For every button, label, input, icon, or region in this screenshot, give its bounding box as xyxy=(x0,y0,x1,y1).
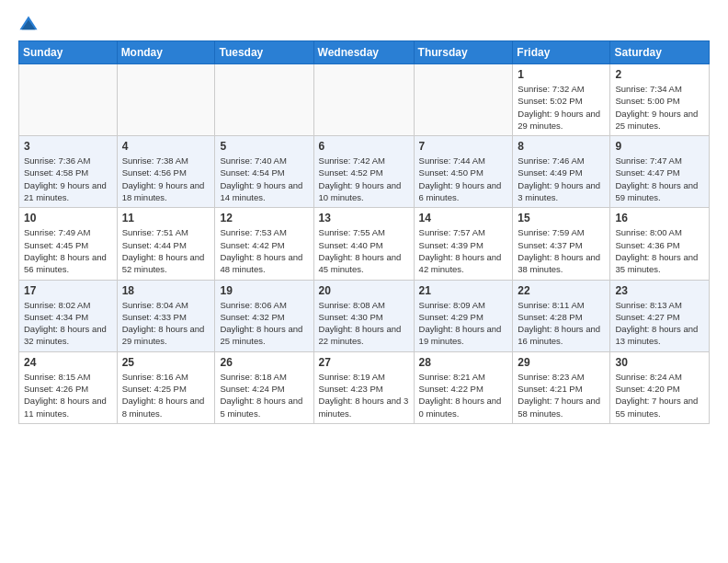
day-number: 3 xyxy=(24,140,112,153)
day-number: 16 xyxy=(615,212,704,224)
calendar-cell: 12Sunrise: 7:53 AM Sunset: 4:42 PM Dayli… xyxy=(215,208,313,280)
calendar-cell: 2Sunrise: 7:34 AM Sunset: 5:00 PM Daylig… xyxy=(610,64,710,136)
col-header-saturday: Saturday xyxy=(610,41,710,64)
cell-content: Sunrise: 7:40 AM Sunset: 4:54 PM Dayligh… xyxy=(220,155,308,203)
col-header-monday: Monday xyxy=(117,41,215,64)
calendar-cell: 19Sunrise: 8:06 AM Sunset: 4:32 PM Dayli… xyxy=(215,280,313,351)
day-number: 15 xyxy=(518,212,605,224)
calendar-cell: 22Sunrise: 8:11 AM Sunset: 4:28 PM Dayli… xyxy=(513,280,610,351)
cell-content: Sunrise: 8:15 AM Sunset: 4:26 PM Dayligh… xyxy=(24,371,112,419)
calendar-cell: 1Sunrise: 7:32 AM Sunset: 5:02 PM Daylig… xyxy=(513,64,610,136)
calendar-cell: 21Sunrise: 8:09 AM Sunset: 4:29 PM Dayli… xyxy=(414,280,513,351)
day-number: 9 xyxy=(615,140,704,153)
cell-content: Sunrise: 8:02 AM Sunset: 4:34 PM Dayligh… xyxy=(24,299,112,348)
day-number: 6 xyxy=(319,140,409,153)
cell-content: Sunrise: 8:04 AM Sunset: 4:33 PM Dayligh… xyxy=(122,299,210,348)
day-number: 23 xyxy=(615,284,704,297)
logo xyxy=(18,15,42,35)
calendar-cell: 4Sunrise: 7:38 AM Sunset: 4:56 PM Daylig… xyxy=(117,136,215,208)
calendar-cell: 8Sunrise: 7:46 AM Sunset: 4:49 PM Daylig… xyxy=(513,136,610,208)
calendar-cell: 26Sunrise: 8:18 AM Sunset: 4:24 PM Dayli… xyxy=(215,351,313,423)
day-number: 30 xyxy=(615,356,704,369)
day-number: 21 xyxy=(419,284,508,297)
calendar-cell xyxy=(313,64,414,136)
cell-content: Sunrise: 7:57 AM Sunset: 4:39 PM Dayligh… xyxy=(419,226,508,275)
calendar-cell: 7Sunrise: 7:44 AM Sunset: 4:50 PM Daylig… xyxy=(414,136,513,208)
cell-content: Sunrise: 7:44 AM Sunset: 4:50 PM Dayligh… xyxy=(419,155,508,203)
cell-content: Sunrise: 8:19 AM Sunset: 4:23 PM Dayligh… xyxy=(319,371,409,419)
day-number: 1 xyxy=(518,68,605,81)
cell-content: Sunrise: 7:38 AM Sunset: 4:56 PM Dayligh… xyxy=(122,155,210,203)
day-number: 24 xyxy=(24,356,112,369)
cell-content: Sunrise: 8:08 AM Sunset: 4:30 PM Dayligh… xyxy=(319,299,409,348)
calendar-cell: 6Sunrise: 7:42 AM Sunset: 4:52 PM Daylig… xyxy=(313,136,414,208)
cell-content: Sunrise: 7:51 AM Sunset: 4:44 PM Dayligh… xyxy=(122,226,210,275)
calendar-cell: 25Sunrise: 8:16 AM Sunset: 4:25 PM Dayli… xyxy=(117,351,215,423)
col-header-wednesday: Wednesday xyxy=(313,41,414,64)
calendar-cell: 30Sunrise: 8:24 AM Sunset: 4:20 PM Dayli… xyxy=(610,351,710,423)
calendar-cell: 29Sunrise: 8:23 AM Sunset: 4:21 PM Dayli… xyxy=(513,351,610,423)
day-number: 7 xyxy=(419,140,508,153)
calendar-cell: 16Sunrise: 8:00 AM Sunset: 4:36 PM Dayli… xyxy=(610,208,710,280)
calendar-table: SundayMondayTuesdayWednesdayThursdayFrid… xyxy=(18,40,710,424)
day-number: 10 xyxy=(24,212,112,224)
calendar-cell: 17Sunrise: 8:02 AM Sunset: 4:34 PM Dayli… xyxy=(19,280,118,351)
calendar-cell xyxy=(414,64,513,136)
calendar-cell: 28Sunrise: 8:21 AM Sunset: 4:22 PM Dayli… xyxy=(414,351,513,423)
cell-content: Sunrise: 7:55 AM Sunset: 4:40 PM Dayligh… xyxy=(319,226,409,275)
day-number: 11 xyxy=(122,212,210,224)
calendar-cell xyxy=(19,64,118,136)
calendar-cell: 10Sunrise: 7:49 AM Sunset: 4:45 PM Dayli… xyxy=(19,208,118,280)
cell-content: Sunrise: 8:11 AM Sunset: 4:28 PM Dayligh… xyxy=(518,299,605,348)
logo-icon xyxy=(18,15,39,35)
day-number: 5 xyxy=(220,140,308,153)
calendar-cell: 5Sunrise: 7:40 AM Sunset: 4:54 PM Daylig… xyxy=(215,136,313,208)
calendar-cell: 18Sunrise: 8:04 AM Sunset: 4:33 PM Dayli… xyxy=(117,280,215,351)
calendar-cell: 11Sunrise: 7:51 AM Sunset: 4:44 PM Dayli… xyxy=(117,208,215,280)
col-header-thursday: Thursday xyxy=(414,41,513,64)
cell-content: Sunrise: 8:21 AM Sunset: 4:22 PM Dayligh… xyxy=(419,371,508,419)
cell-content: Sunrise: 8:24 AM Sunset: 4:20 PM Dayligh… xyxy=(615,371,704,419)
cell-content: Sunrise: 8:06 AM Sunset: 4:32 PM Dayligh… xyxy=(220,299,308,348)
day-number: 12 xyxy=(220,212,308,224)
col-header-tuesday: Tuesday xyxy=(215,41,313,64)
calendar-cell: 13Sunrise: 7:55 AM Sunset: 4:40 PM Dayli… xyxy=(313,208,414,280)
day-number: 19 xyxy=(220,284,308,297)
day-number: 4 xyxy=(122,140,210,153)
cell-content: Sunrise: 7:34 AM Sunset: 5:00 PM Dayligh… xyxy=(615,83,704,132)
day-number: 8 xyxy=(518,140,605,153)
cell-content: Sunrise: 7:46 AM Sunset: 4:49 PM Dayligh… xyxy=(518,155,605,203)
day-number: 18 xyxy=(122,284,210,297)
cell-content: Sunrise: 7:36 AM Sunset: 4:58 PM Dayligh… xyxy=(24,155,112,203)
calendar-cell: 3Sunrise: 7:36 AM Sunset: 4:58 PM Daylig… xyxy=(19,136,118,208)
day-number: 28 xyxy=(419,356,508,369)
cell-content: Sunrise: 8:00 AM Sunset: 4:36 PM Dayligh… xyxy=(615,226,704,275)
cell-content: Sunrise: 8:23 AM Sunset: 4:21 PM Dayligh… xyxy=(518,371,605,419)
calendar-cell: 24Sunrise: 8:15 AM Sunset: 4:26 PM Dayli… xyxy=(19,351,118,423)
calendar-cell: 15Sunrise: 7:59 AM Sunset: 4:37 PM Dayli… xyxy=(513,208,610,280)
cell-content: Sunrise: 7:42 AM Sunset: 4:52 PM Dayligh… xyxy=(319,155,409,203)
cell-content: Sunrise: 7:32 AM Sunset: 5:02 PM Dayligh… xyxy=(518,83,605,132)
col-header-sunday: Sunday xyxy=(19,41,118,64)
cell-content: Sunrise: 7:49 AM Sunset: 4:45 PM Dayligh… xyxy=(24,226,112,275)
cell-content: Sunrise: 8:18 AM Sunset: 4:24 PM Dayligh… xyxy=(220,371,308,419)
calendar-cell: 23Sunrise: 8:13 AM Sunset: 4:27 PM Dayli… xyxy=(610,280,710,351)
col-header-friday: Friday xyxy=(513,41,610,64)
day-number: 17 xyxy=(24,284,112,297)
cell-content: Sunrise: 7:53 AM Sunset: 4:42 PM Dayligh… xyxy=(220,226,308,275)
day-number: 20 xyxy=(319,284,409,297)
cell-content: Sunrise: 7:59 AM Sunset: 4:37 PM Dayligh… xyxy=(518,226,605,275)
day-number: 29 xyxy=(518,356,605,369)
calendar-cell xyxy=(117,64,215,136)
calendar-cell: 9Sunrise: 7:47 AM Sunset: 4:47 PM Daylig… xyxy=(610,136,710,208)
day-number: 22 xyxy=(518,284,605,297)
cell-content: Sunrise: 8:09 AM Sunset: 4:29 PM Dayligh… xyxy=(419,299,508,348)
day-number: 25 xyxy=(122,356,210,369)
calendar-cell: 27Sunrise: 8:19 AM Sunset: 4:23 PM Dayli… xyxy=(313,351,414,423)
day-number: 14 xyxy=(419,212,508,224)
cell-content: Sunrise: 8:16 AM Sunset: 4:25 PM Dayligh… xyxy=(122,371,210,419)
day-number: 26 xyxy=(220,356,308,369)
day-number: 13 xyxy=(319,212,409,224)
day-number: 2 xyxy=(615,68,704,81)
cell-content: Sunrise: 8:13 AM Sunset: 4:27 PM Dayligh… xyxy=(615,299,704,348)
